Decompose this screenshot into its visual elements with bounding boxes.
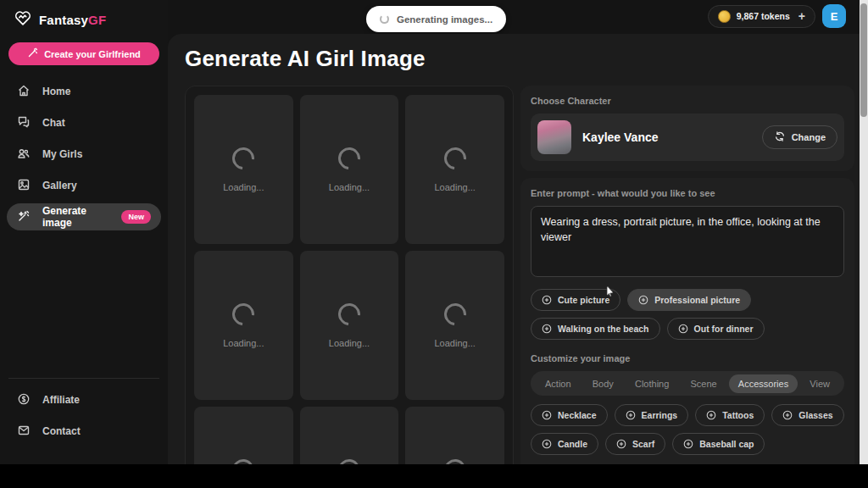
user-avatar[interactable]: E: [822, 4, 846, 28]
dollar-circle-icon: [17, 392, 31, 408]
plus-circle-icon: [706, 410, 716, 420]
generating-toast: Generating images...: [366, 6, 506, 32]
add-tokens-icon[interactable]: +: [798, 9, 805, 23]
sidebar-item-affiliate[interactable]: Affiliate: [7, 386, 161, 413]
chip-earrings[interactable]: Earrings: [615, 404, 689, 426]
prompt-section: Enter prompt - what would you like to se…: [520, 178, 854, 464]
toast-text: Generating images...: [397, 14, 492, 25]
sidebar-item-label: Home: [42, 86, 70, 97]
accessory-chips: Necklace Earrings Tattoos Glasses: [531, 404, 844, 455]
sidebar-divider: [8, 378, 159, 379]
tab-body[interactable]: Body: [583, 374, 623, 393]
plus-circle-icon: [542, 324, 552, 334]
scrollbar-thumb[interactable]: [860, 3, 867, 117]
spinner-icon: [439, 142, 470, 174]
sidebar: FantasyGF Create your Girlfriend Home: [0, 0, 168, 464]
account-area: 9,867 tokens + E: [708, 4, 846, 28]
sidebar-nav: Home Chat My Girls: [7, 78, 161, 235]
generation-controls: Choose Character Kaylee Vance Chang: [520, 86, 854, 464]
plus-circle-icon: [542, 439, 552, 449]
selected-character-row: Kaylee Vance Change: [531, 114, 844, 161]
sidebar-item-my-girls[interactable]: My Girls: [7, 141, 161, 168]
page-scrollbar[interactable]: [860, 0, 868, 464]
plus-circle-icon: [683, 439, 693, 449]
sidebar-item-gallery[interactable]: Gallery: [7, 172, 161, 199]
spinner-icon: [228, 298, 259, 330]
sidebar-item-label: Chat: [42, 117, 65, 129]
tab-accessories[interactable]: Accessories: [729, 374, 798, 393]
wand-icon: [27, 47, 38, 60]
new-badge: New: [121, 210, 151, 224]
prompt-suggestion-chips: Cute picture Professional picture Walkin…: [531, 289, 844, 340]
sidebar-item-label: Gallery: [42, 180, 77, 191]
plus-circle-icon: [638, 295, 648, 305]
choose-character-section: Choose Character Kaylee Vance Chang: [520, 86, 854, 171]
image-results-grid: Loading... Loading... Loading... Loading…: [185, 86, 514, 464]
home-icon: [17, 84, 31, 100]
sidebar-item-label: Generate image: [42, 205, 108, 229]
customize-label: Customize your image: [531, 353, 844, 363]
spinner-icon: [439, 298, 470, 330]
customize-tabbar: Action Body Clothing Scene Accessories V…: [531, 371, 844, 396]
chip-walking-on-the-beach[interactable]: Walking on the beach: [531, 318, 660, 340]
prompt-label: Enter prompt - what would you like to se…: [531, 188, 844, 198]
loading-image-card: Loading...: [194, 251, 293, 400]
create-girlfriend-button[interactable]: Create your Girlfriend: [8, 42, 159, 65]
sidebar-item-generate-image[interactable]: Generate image New: [7, 203, 161, 230]
token-balance-button[interactable]: 9,867 tokens +: [708, 5, 815, 28]
sidebar-item-home[interactable]: Home: [7, 78, 161, 105]
character-avatar: [537, 120, 571, 154]
spinner-icon: [334, 298, 365, 330]
loading-image-card: Loading...: [405, 251, 504, 400]
girls-icon: [17, 147, 31, 163]
chip-scarf[interactable]: Scarf: [605, 433, 665, 455]
app-window: FantasyGF Create your Girlfriend Home: [0, 0, 868, 464]
sidebar-item-contact[interactable]: Contact: [7, 418, 161, 445]
tab-scene[interactable]: Scene: [681, 374, 726, 393]
chip-out-for-dinner[interactable]: Out for dinner: [667, 318, 765, 340]
tab-clothing[interactable]: Clothing: [626, 374, 678, 393]
tab-view[interactable]: View: [800, 374, 839, 393]
chat-icon: [17, 115, 31, 131]
gallery-icon: [17, 178, 31, 194]
coin-icon: [718, 10, 731, 23]
brand-name: FantasyGF: [39, 13, 106, 27]
spinner-icon: [334, 454, 365, 464]
sidebar-footer-nav: Affiliate Contact: [7, 386, 161, 449]
plus-circle-icon: [616, 439, 626, 449]
choose-character-label: Choose Character: [531, 96, 844, 106]
sidebar-item-chat[interactable]: Chat: [7, 109, 161, 136]
change-character-button[interactable]: Change: [762, 125, 837, 149]
chip-candle[interactable]: Candle: [531, 433, 598, 455]
token-count: 9,867 tokens: [737, 11, 790, 21]
loading-image-card: Loading...: [405, 95, 504, 244]
sidebar-item-label: Contact: [42, 425, 81, 437]
chip-necklace[interactable]: Necklace: [531, 404, 608, 426]
chip-baseball-cap[interactable]: Baseball cap: [672, 433, 765, 455]
loading-image-card: Loading...: [300, 95, 399, 244]
loading-image-card: Loading...: [194, 407, 293, 464]
tab-action[interactable]: Action: [536, 374, 581, 393]
chip-tattoos[interactable]: Tattoos: [695, 404, 765, 426]
main-panel: Generate AI Girl Image Loading... Loadin…: [168, 34, 860, 464]
spinner-icon: [334, 142, 365, 174]
plus-circle-icon: [542, 295, 552, 305]
swap-icon: [774, 130, 786, 144]
spinner-icon: [439, 454, 470, 464]
heart-logo-icon: [14, 8, 32, 30]
plus-circle-icon: [678, 324, 688, 334]
chip-glasses[interactable]: Glasses: [771, 404, 843, 426]
sidebar-item-label: My Girls: [42, 148, 82, 160]
plus-circle-icon: [626, 410, 636, 420]
chip-cute-picture[interactable]: Cute picture: [531, 289, 620, 311]
prompt-input[interactable]: [531, 206, 844, 277]
chip-professional-picture[interactable]: Professional picture: [627, 289, 751, 311]
mail-icon: [17, 424, 31, 440]
character-name: Kaylee Vance: [582, 130, 751, 144]
plus-circle-icon: [542, 410, 552, 420]
brand-logo[interactable]: FantasyGF: [0, 0, 168, 30]
loading-image-card: Loading...: [194, 95, 293, 244]
loading-image-card: Loading...: [300, 251, 399, 400]
sidebar-item-label: Affiliate: [42, 394, 80, 406]
generate-image-icon: [17, 209, 31, 225]
